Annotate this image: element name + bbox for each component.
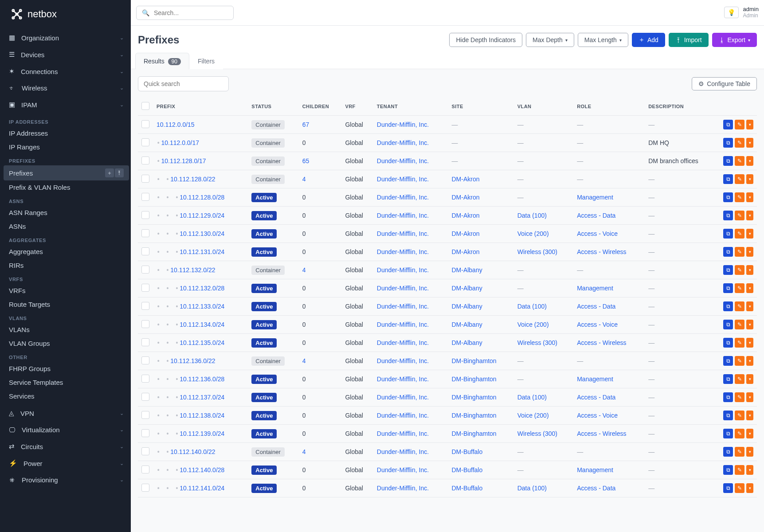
role-link[interactable]: Management — [577, 285, 613, 292]
tenant-link[interactable]: Dunder-Mifflin, Inc. — [377, 485, 429, 492]
copy-button[interactable]: ⧉ — [723, 465, 733, 475]
copy-button[interactable]: ⧉ — [723, 447, 733, 457]
row-checkbox[interactable] — [141, 356, 149, 364]
import-icon[interactable]: ⭱ — [115, 168, 124, 177]
hide-depth-button[interactable]: Hide Depth Indicators — [449, 33, 522, 47]
row-checkbox[interactable] — [141, 375, 149, 383]
row-checkbox[interactable] — [141, 211, 149, 219]
edit-button[interactable]: ✎ — [735, 392, 744, 402]
vlan-link[interactable]: Voice (200) — [517, 230, 549, 237]
copy-button[interactable]: ⧉ — [723, 211, 733, 220]
tenant-link[interactable]: Dunder-Mifflin, Inc. — [377, 448, 429, 455]
vlan-link[interactable]: Wireless (300) — [517, 248, 557, 255]
actions-dropdown[interactable]: ▾ — [746, 429, 753, 438]
sidebar-item-vlan-groups[interactable]: VLAN Groups — [4, 336, 129, 350]
row-checkbox[interactable] — [141, 138, 149, 146]
tenant-link[interactable]: Dunder-Mifflin, Inc. — [377, 412, 429, 419]
copy-button[interactable]: ⧉ — [723, 320, 733, 329]
edit-button[interactable]: ✎ — [735, 120, 744, 129]
actions-dropdown[interactable]: ▾ — [746, 483, 753, 493]
sidebar-item-vrfs[interactable]: VRFs — [4, 284, 129, 297]
brand-logo[interactable]: netbox — [0, 0, 131, 28]
edit-button[interactable]: ✎ — [735, 483, 744, 493]
sidebar-item-virtualization[interactable]: 🖵 Virtualization ⌄ — [4, 422, 129, 438]
prefix-link[interactable]: 10.112.135.0/24 — [180, 339, 224, 346]
edit-button[interactable]: ✎ — [735, 265, 744, 275]
role-link[interactable]: Access - Data — [577, 212, 615, 219]
col-status[interactable]: STATUS — [248, 98, 298, 116]
row-checkbox[interactable] — [141, 247, 149, 255]
copy-button[interactable]: ⧉ — [723, 283, 733, 293]
role-link[interactable]: Access - Voice — [577, 412, 618, 419]
edit-button[interactable]: ✎ — [735, 356, 744, 366]
sidebar-item-ip-addresses[interactable]: IP Addresses — [4, 126, 129, 140]
actions-dropdown[interactable]: ▾ — [746, 156, 753, 166]
sidebar-item-vlans[interactable]: VLANs — [4, 323, 129, 336]
site-link[interactable]: DM-Akron — [451, 230, 479, 237]
role-link[interactable]: Access - Data — [577, 303, 615, 310]
tenant-link[interactable]: Dunder-Mifflin, Inc. — [377, 466, 429, 473]
sidebar-item-organization[interactable]: ▦ Organization ⌄ — [4, 29, 129, 46]
tab-results[interactable]: Results 90 — [135, 53, 189, 69]
copy-button[interactable]: ⧉ — [723, 338, 733, 348]
site-link[interactable]: DM-Binghamton — [451, 430, 496, 437]
prefix-link[interactable]: 10.112.139.0/24 — [180, 430, 224, 437]
copy-button[interactable]: ⧉ — [723, 247, 733, 257]
row-checkbox[interactable] — [141, 302, 149, 310]
copy-button[interactable]: ⧉ — [723, 138, 733, 148]
row-checkbox[interactable] — [141, 266, 149, 274]
col-prefix[interactable]: PREFIX — [153, 98, 248, 116]
actions-dropdown[interactable]: ▾ — [746, 392, 753, 402]
tenant-link[interactable]: Dunder-Mifflin, Inc. — [377, 339, 429, 346]
edit-button[interactable]: ✎ — [735, 229, 744, 239]
row-checkbox[interactable] — [141, 484, 149, 492]
role-link[interactable]: Access - Data — [577, 485, 615, 492]
row-checkbox[interactable] — [141, 338, 149, 346]
prefix-link[interactable]: 10.112.140.0/28 — [180, 466, 224, 473]
role-link[interactable]: Management — [577, 376, 613, 383]
col-description[interactable]: DESCRIPTION — [645, 98, 717, 116]
sidebar-item-provisioning[interactable]: ⛯ Provisioning ⌄ — [4, 472, 129, 488]
actions-dropdown[interactable]: ▾ — [746, 447, 753, 457]
row-checkbox[interactable] — [141, 229, 149, 237]
col-vrf[interactable]: VRF — [341, 98, 373, 116]
tenant-link[interactable]: Dunder-Mifflin, Inc. — [377, 394, 429, 401]
prefix-link[interactable]: 10.112.0.0/17 — [161, 139, 199, 146]
max-length-button[interactable]: Max Length ▾ — [578, 33, 628, 47]
site-link[interactable]: DM-Binghamton — [451, 394, 496, 401]
site-link[interactable]: DM-Akron — [451, 248, 479, 255]
edit-button[interactable]: ✎ — [735, 283, 744, 293]
tenant-link[interactable]: Dunder-Mifflin, Inc. — [377, 303, 429, 310]
actions-dropdown[interactable]: ▾ — [746, 465, 753, 475]
actions-dropdown[interactable]: ▾ — [746, 211, 753, 220]
tenant-link[interactable]: Dunder-Mifflin, Inc. — [377, 139, 429, 146]
add-button[interactable]: ＋Add — [632, 33, 665, 47]
tenant-link[interactable]: Dunder-Mifflin, Inc. — [377, 357, 429, 364]
edit-button[interactable]: ✎ — [735, 338, 744, 348]
edit-button[interactable]: ✎ — [735, 156, 744, 166]
prefix-link[interactable]: 10.112.132.0/22 — [170, 266, 215, 274]
prefix-link[interactable]: 10.112.133.0/24 — [180, 303, 224, 310]
tab-filters[interactable]: Filters — [189, 53, 223, 69]
prefix-link[interactable]: 10.112.138.0/24 — [180, 412, 224, 419]
vlan-link[interactable]: Data (100) — [517, 485, 547, 492]
actions-dropdown[interactable]: ▾ — [746, 247, 753, 257]
row-checkbox[interactable] — [141, 120, 149, 128]
edit-button[interactable]: ✎ — [735, 174, 744, 184]
sidebar-item-prefix-vlan-roles[interactable]: Prefix & VLAN Roles — [4, 180, 129, 194]
edit-button[interactable]: ✎ — [735, 411, 744, 420]
site-link[interactable]: DM-Albany — [451, 285, 482, 292]
edit-button[interactable]: ✎ — [735, 320, 744, 329]
user-menu[interactable]: admin Admin — [743, 6, 759, 19]
role-link[interactable]: Management — [577, 194, 613, 201]
prefix-link[interactable]: 10.112.131.0/24 — [180, 248, 224, 255]
site-link[interactable]: DM-Akron — [451, 194, 479, 201]
site-link[interactable]: DM-Buffalo — [451, 448, 482, 455]
prefix-link[interactable]: 10.112.129.0/24 — [180, 212, 224, 219]
prefix-link[interactable]: 10.112.130.0/24 — [180, 230, 224, 237]
actions-dropdown[interactable]: ▾ — [746, 192, 753, 202]
actions-dropdown[interactable]: ▾ — [746, 120, 753, 129]
tenant-link[interactable]: Dunder-Mifflin, Inc. — [377, 194, 429, 201]
site-link[interactable]: DM-Akron — [451, 212, 479, 219]
role-link[interactable]: Access - Wireless — [577, 339, 626, 346]
